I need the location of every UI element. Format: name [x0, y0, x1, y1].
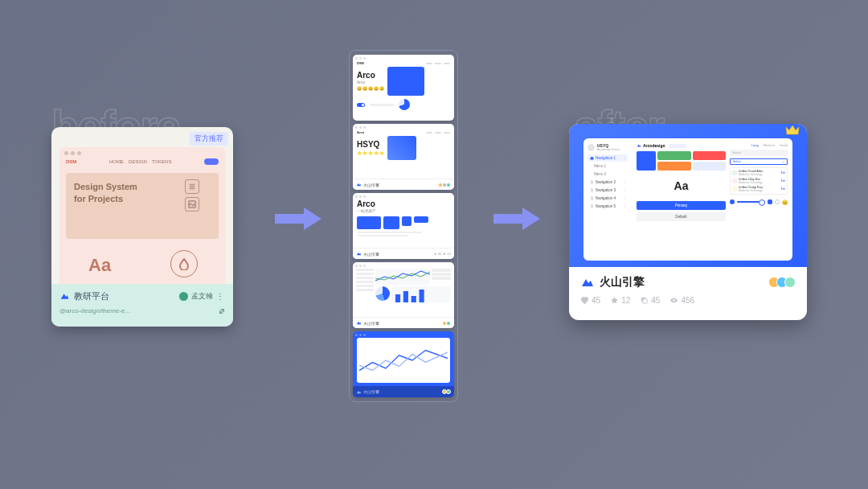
radio-off[interactable]: [775, 199, 780, 204]
after-card-title: 火山引擎: [600, 275, 645, 290]
radio-on[interactable]: [730, 199, 735, 204]
mc-subtitle: 一站色彩?: [357, 208, 450, 213]
after-card-footer: 火山引擎 45 12 45 456: [569, 267, 807, 320]
arrow-icon: [492, 204, 542, 233]
heart-icon: [580, 296, 589, 305]
checkbox-on[interactable]: [768, 199, 772, 204]
list-item[interactable]: Ini Ator Orwell AllanModerator Technolog…: [732, 170, 785, 176]
mc-footer-title: 火山引擎: [363, 389, 379, 394]
window-dots: [64, 151, 81, 155]
stack-card[interactable]: DSM Arco Arco 😊😊😊😊😐: [353, 55, 454, 121]
typography-sample: Aa: [88, 255, 111, 276]
sidebar-item-menu1[interactable]: Menu 1: [588, 162, 628, 170]
after-preview-window: HSYQ Arcodesign theme Navigation 1 ⌄ Men…: [583, 138, 792, 261]
typography-sample: Aa: [637, 174, 726, 198]
svg-point-7: [674, 299, 675, 301]
home-icon: [590, 156, 594, 160]
arco-logo-icon: [356, 251, 362, 257]
theme-brand: Arcodesign: [643, 143, 665, 148]
collaborator-avatars[interactable]: [772, 277, 796, 288]
nav-links: HOME DESIGN TOKENS: [109, 159, 172, 164]
package-link[interactable]: @arco-design/theme-e...: [59, 307, 130, 314]
arco-logo-icon: [356, 182, 362, 187]
sidebar-nav: Navigation 1 ⌄ Menu 1 Menu 2 Navigation …: [588, 154, 628, 210]
nav-link[interactable]: TOKENS: [152, 159, 172, 164]
mc-title: Arco: [357, 72, 384, 80]
emoji-icon: 😊: [782, 199, 788, 205]
svg-rect-4: [420, 290, 424, 302]
middle-cards-stack: DSM Arco Arco 😊😊😊😊😐 Arco: [349, 50, 458, 402]
arco-logo-icon: [356, 320, 362, 326]
stats-row: 45 12 45 456: [580, 296, 796, 305]
before-card-title: 教研平台: [74, 290, 109, 302]
brand-label: DSM: [66, 159, 76, 164]
stat-views[interactable]: 456: [669, 296, 694, 305]
author-avatar: [179, 292, 188, 301]
slider[interactable]: [737, 201, 765, 203]
pill-button[interactable]: [204, 158, 219, 165]
arrow-icon: [273, 204, 323, 233]
edit-link[interactable]: Edit: [781, 179, 785, 183]
stat-likes[interactable]: 45: [580, 296, 600, 305]
mc-footer-title: 火山引擎: [363, 321, 379, 326]
select-dropdown[interactable]: Select⌄: [730, 158, 788, 165]
list-icon: [590, 188, 594, 192]
svg-rect-1: [395, 294, 400, 302]
arco-logo-icon: [580, 275, 595, 290]
toggle-switch[interactable]: [357, 103, 365, 107]
sidebar-item-nav2[interactable]: Navigation 2›: [588, 179, 628, 186]
default-button[interactable]: Default: [637, 212, 726, 221]
edit-link[interactable]: Edit: [781, 187, 785, 191]
more-button[interactable]: ⋮: [216, 292, 225, 301]
mc-footer-title: 火山引擎: [363, 183, 379, 187]
sidebar-item-nav4[interactable]: Navigation 4›: [588, 195, 628, 202]
sidebar-item-nav5[interactable]: Navigation 5›: [588, 203, 628, 210]
list-item[interactable]: Ini Ator Lillay DunModerator Technology …: [732, 178, 785, 184]
before-card: 官方推荐 DSM HOME DESIGN TOKENS Design Syste…: [51, 127, 233, 327]
stack-card[interactable]: 火山引擎: [353, 262, 454, 328]
sidebar: HSYQ Arcodesign theme Navigation 1 ⌄ Men…: [583, 138, 632, 261]
sidebar-item-nav3[interactable]: Navigation 3›: [588, 187, 628, 194]
stack-card[interactable]: Arco HSYQ ⭐⭐⭐⭐⭐ 火山引擎: [353, 124, 454, 190]
sidebar-item-nav1[interactable]: Navigation 1 ⌄: [588, 154, 628, 162]
mc-title: Arco: [357, 199, 450, 208]
mc-subtitle: Arco: [357, 80, 384, 84]
arco-logo-icon: [356, 389, 362, 395]
copy-icon: [640, 296, 649, 305]
stack-card[interactable]: Arco 一站色彩? 火山引擎 ♥ 45 ★ 12: [353, 193, 454, 259]
chevron-down-icon: ⌄: [623, 156, 625, 160]
crown-icon: [784, 124, 800, 138]
primary-button[interactable]: Primary: [637, 201, 726, 210]
avatar: [732, 171, 737, 175]
star-icon: [610, 296, 619, 305]
stat-stars[interactable]: 12: [610, 296, 630, 305]
svg-rect-6: [643, 299, 648, 304]
arco-logo-icon: [637, 143, 641, 148]
pie-chart-icon: [375, 286, 390, 301]
color-tiles: [637, 151, 726, 171]
list-icon: [590, 204, 594, 208]
hero-text: Design System for Projects: [66, 173, 178, 239]
nav-link[interactable]: HOME: [109, 159, 124, 164]
after-preview: HSYQ Arcodesign theme Navigation 1 ⌄ Men…: [569, 124, 807, 267]
nav-link[interactable]: DESIGN: [129, 159, 147, 164]
mc-brand: Arco: [357, 130, 364, 134]
image-icon: [185, 197, 199, 212]
author-name: 孟文翰: [191, 291, 213, 302]
svg-rect-3: [411, 296, 416, 302]
svg-rect-2: [403, 291, 408, 302]
mc-brand: DSM: [357, 61, 364, 65]
user-list: Ini Ator Orwell AllanModerator Technolog…: [730, 167, 788, 195]
list-icon: [590, 196, 594, 200]
search-input[interactable]: Search: [730, 150, 788, 156]
external-link-icon: [219, 308, 225, 314]
stack-card[interactable]: 火山引擎: [353, 331, 454, 397]
before-card-footer: 教研平台 孟文翰 ⋮ @arco-design/theme-e...: [51, 284, 233, 327]
user-subtitle: Arcodesign theme: [597, 148, 620, 151]
stat-copies[interactable]: 45: [640, 296, 660, 305]
size-tabs[interactable]: Long Medium Small: [730, 143, 788, 147]
mc-title: HSYQ: [357, 141, 384, 149]
list-item[interactable]: Ini Ator Onaljp FrayModerator Technology…: [732, 186, 785, 192]
edit-link[interactable]: Edit: [781, 171, 785, 175]
sidebar-item-menu2[interactable]: Menu 2: [588, 171, 628, 178]
